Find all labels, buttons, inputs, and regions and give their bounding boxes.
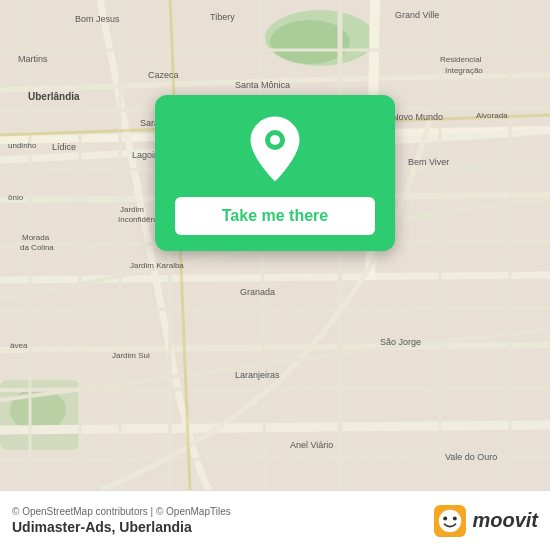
take-me-there-button[interactable]: Take me there xyxy=(175,197,375,235)
svg-text:Bom Jesus: Bom Jesus xyxy=(75,14,120,24)
svg-text:Residencial: Residencial xyxy=(440,55,482,64)
svg-text:Anel Viário: Anel Viário xyxy=(290,440,333,450)
svg-point-60 xyxy=(444,516,448,520)
svg-text:Santa Mônica: Santa Mônica xyxy=(235,80,290,90)
card-overlay: Take me there xyxy=(155,95,395,251)
svg-text:Morada: Morada xyxy=(22,233,50,242)
svg-text:Alvorada: Alvorada xyxy=(476,111,508,120)
map-container: Bom Jesus Tibery Grand Ville Martins Ube… xyxy=(0,0,550,490)
svg-text:Cazeca: Cazeca xyxy=(148,70,179,80)
svg-line-7 xyxy=(0,275,550,280)
svg-text:Martins: Martins xyxy=(18,54,48,64)
bottom-info: © OpenStreetMap contributors | © OpenMap… xyxy=(12,506,231,535)
svg-text:undinho: undinho xyxy=(8,141,37,150)
svg-text:Jardim Karalba: Jardim Karalba xyxy=(130,261,184,270)
svg-text:Grand Ville: Grand Ville xyxy=(395,10,439,20)
svg-point-61 xyxy=(453,516,457,520)
moovit-icon xyxy=(434,505,466,537)
svg-text:ônio: ônio xyxy=(8,193,24,202)
svg-line-15 xyxy=(0,308,550,310)
svg-text:Granada: Granada xyxy=(240,287,275,297)
svg-text:Jardim Sul: Jardim Sul xyxy=(112,351,150,360)
svg-text:da Colina: da Colina xyxy=(20,243,54,252)
moovit-logo: moovit xyxy=(434,505,538,537)
attribution-text: © OpenStreetMap contributors | © OpenMap… xyxy=(12,506,231,517)
svg-text:ávea: ávea xyxy=(10,341,28,350)
svg-text:Novo Mundo: Novo Mundo xyxy=(392,112,443,122)
svg-text:Uberlândia: Uberlândia xyxy=(28,91,80,102)
svg-line-9 xyxy=(0,425,550,430)
svg-text:Jardim: Jardim xyxy=(120,205,144,214)
location-pin-icon xyxy=(247,115,303,183)
svg-point-57 xyxy=(270,135,280,145)
moovit-text: moovit xyxy=(472,509,538,532)
svg-text:Lídice: Lídice xyxy=(52,142,76,152)
svg-point-59 xyxy=(439,509,461,531)
svg-text:Tibery: Tibery xyxy=(210,12,235,22)
svg-text:São Jorge: São Jorge xyxy=(380,337,421,347)
svg-text:Vale do Ouro: Vale do Ouro xyxy=(445,452,497,462)
bottom-bar: © OpenStreetMap contributors | © OpenMap… xyxy=(0,490,550,550)
location-title: Udimaster-Ads, Uberlandia xyxy=(12,519,231,535)
svg-text:Bem Viver: Bem Viver xyxy=(408,157,449,167)
svg-text:Laranjeiras: Laranjeiras xyxy=(235,370,280,380)
svg-text:Integração: Integração xyxy=(445,66,483,75)
